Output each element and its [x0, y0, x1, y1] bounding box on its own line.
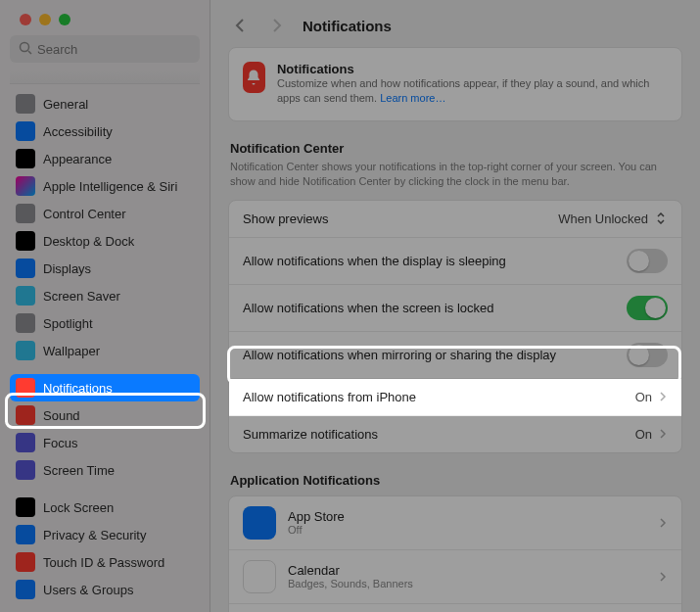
chevron-right-icon: [658, 572, 668, 582]
sidebar-item-label: Spotlight: [43, 316, 93, 331]
sidebar-item-general[interactable]: General: [10, 90, 200, 118]
sidebar-item-label: Users & Groups: [43, 583, 133, 597]
up-down-icon: [654, 212, 668, 224]
app-row-facetime[interactable]: FaceTimeBadges, Sounds, Banners: [229, 604, 681, 612]
section-notification-center-title: Notification Center: [230, 141, 680, 156]
sidebar-item-label: Touch ID & Password: [43, 555, 164, 570]
sidebar-item-label: Privacy & Security: [43, 528, 146, 542]
sidebar-item-wallpaper[interactable]: Wallpaper: [10, 337, 200, 364]
chevron-right-icon: [658, 429, 668, 439]
bell-icon: [16, 378, 35, 398]
sidebar-item-privacy-security[interactable]: Privacy & Security: [10, 521, 200, 548]
sidebar-item-label: Desktop & Dock: [43, 234, 134, 249]
section-app-notifications-title: Application Notifications: [230, 473, 680, 488]
accessibility-icon: [16, 121, 35, 141]
toggle-mirroring[interactable]: [627, 343, 668, 367]
displays-icon: [16, 259, 35, 278]
sidebar-item-label: Apple Intelligence & Siri: [43, 179, 177, 194]
sidebar-item-label: General: [43, 97, 88, 112]
sidebar-item-sound[interactable]: Sound: [10, 401, 200, 429]
sidebar-item-label: Displays: [43, 261, 91, 276]
row-show-previews[interactable]: Show previews When Unlocked: [229, 201, 681, 238]
label: Summarize notifications: [243, 427, 378, 442]
label: Show previews: [243, 212, 328, 226]
page-title: Notifications: [303, 18, 392, 34]
sidebar-item-screen-saver[interactable]: Screen Saver: [10, 282, 200, 309]
sidebar-item-screen-time[interactable]: Screen Time: [10, 456, 200, 484]
sidebar-item-displays[interactable]: Displays: [10, 255, 200, 282]
window-controls: [0, 0, 210, 35]
sidebar-item-desktop-dock[interactable]: Desktop & Dock: [10, 227, 200, 255]
speaker-icon: [16, 405, 35, 425]
app-store-icon: [243, 506, 276, 540]
svg-line-1: [28, 51, 31, 54]
close-window-icon[interactable]: [20, 14, 31, 25]
sidebar-list[interactable]: GeneralAccessibilityAppearanceApple Inte…: [0, 71, 210, 612]
sidebar-item-notifications[interactable]: Notifications: [10, 374, 200, 401]
minimize-window-icon[interactable]: [39, 14, 51, 25]
search-icon: [18, 40, 33, 56]
sidebar-item-appearance[interactable]: Appearance: [10, 145, 200, 172]
gear-icon: [16, 94, 35, 114]
bell-icon: [243, 62, 265, 93]
row-allow-locked: Allow notifications when the screen is l…: [229, 285, 681, 332]
moon-icon: [16, 433, 35, 452]
fingerprint-icon: [16, 552, 35, 572]
row-allow-iphone[interactable]: Allow notifications from iPhone On: [229, 379, 681, 416]
wallpaper-icon: [16, 341, 35, 360]
learn-more-link[interactable]: Learn more…: [380, 92, 445, 104]
sidebar-item-label: Accessibility: [43, 124, 113, 139]
search-input[interactable]: [10, 35, 200, 63]
section-notification-center-desc: Notification Center shows your notificat…: [230, 160, 680, 190]
sidebar-item-focus[interactable]: Focus: [10, 429, 200, 456]
notification-center-settings: Show previews When Unlocked Allow notifi…: [228, 200, 682, 453]
svg-point-0: [21, 43, 29, 52]
sidebar-item-control-center[interactable]: Control Center: [10, 200, 200, 227]
sidebar-item-users-groups[interactable]: Users & Groups: [10, 576, 200, 603]
app-row-app-store[interactable]: App StoreOff: [229, 496, 681, 550]
value: On: [635, 427, 652, 442]
lock-icon: [16, 497, 35, 517]
label: Allow notifications when the screen is l…: [243, 301, 494, 315]
sidebar-item-label: Appearance: [43, 152, 112, 166]
app-name: App Store: [288, 509, 646, 524]
sidebar-item-label: Focus: [43, 436, 77, 450]
value: When Unlocked: [558, 212, 648, 226]
app-row-calendar[interactable]: CalendarBadges, Sounds, Banners: [229, 550, 681, 604]
sidebar-item-touch-id-password[interactable]: Touch ID & Password: [10, 548, 200, 576]
label: Allow notifications when the display is …: [243, 254, 506, 268]
sidebar-item-label: Wallpaper: [43, 344, 100, 358]
row-allow-mirroring: Allow notifications when mirroring or sh…: [229, 332, 681, 379]
toggle-sleeping[interactable]: [627, 249, 668, 273]
appearance-icon: [16, 149, 35, 168]
label: Allow notifications when mirroring or sh…: [243, 348, 556, 362]
calendar-icon: [243, 560, 276, 593]
toggle-locked[interactable]: [627, 296, 668, 320]
main-pane[interactable]: Notifications Notifications Customize wh…: [210, 0, 700, 612]
label: Allow notifications from iPhone: [243, 390, 416, 404]
row-allow-sleeping: Allow notifications when the display is …: [229, 238, 681, 285]
users-icon: [16, 580, 35, 599]
sidebar-item-label: Screen Saver: [43, 289, 120, 304]
row-summarize[interactable]: Summarize notifications On: [229, 416, 681, 452]
ai-icon: [16, 176, 35, 196]
sidebar-item-lock-screen[interactable]: Lock Screen: [10, 494, 200, 521]
chevron-right-icon: [658, 392, 668, 401]
chevron-right-icon: [658, 518, 668, 528]
app-sub: Off: [288, 524, 646, 536]
app-sub: Badges, Sounds, Banners: [288, 578, 646, 589]
sidebar-item-label: Notifications: [43, 381, 113, 396]
sidebar-item-label: Sound: [43, 408, 80, 423]
zoom-window-icon[interactable]: [59, 14, 70, 25]
app-name: Calendar: [288, 563, 646, 578]
back-button[interactable]: [228, 14, 252, 37]
value: On: [635, 390, 652, 404]
forward-button[interactable]: [265, 14, 289, 37]
hand-icon: [16, 525, 35, 544]
sidebar-item-label: Screen Time: [43, 463, 115, 478]
sidebar-item-spotlight[interactable]: Spotlight: [10, 309, 200, 337]
sidebar-item-accessibility[interactable]: Accessibility: [10, 118, 200, 145]
sidebar-item-apple-intelligence-siri[interactable]: Apple Intelligence & Siri: [10, 172, 200, 200]
screen-saver-icon: [16, 286, 35, 306]
sidebar: GeneralAccessibilityAppearanceApple Inte…: [0, 0, 210, 612]
